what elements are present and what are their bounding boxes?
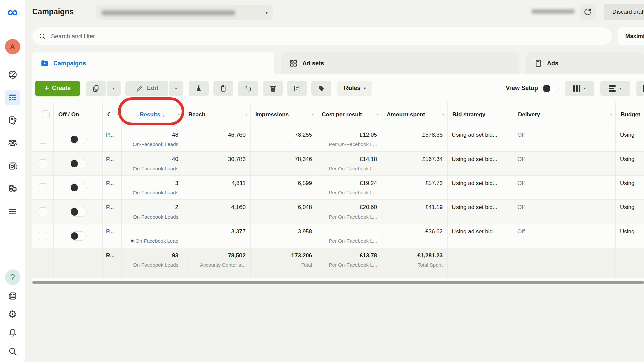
sidebar-item-notifications[interactable] (5, 325, 20, 340)
campaign-off-on-toggle[interactable] (70, 207, 87, 217)
col-header-campaign[interactable]: C ▾ (103, 102, 122, 127)
sidebar-item-billing[interactable] (5, 181, 20, 196)
refresh-button[interactable] (580, 4, 596, 20)
columns-dropdown-button[interactable]: ▾ (565, 81, 594, 96)
sidebar-item-campaigns[interactable] (5, 90, 20, 105)
sidebar-item-search[interactable] (5, 344, 20, 359)
budget-value: Using (616, 200, 644, 224)
delete-button[interactable] (263, 81, 283, 96)
campaign-off-on-toggle[interactable] (70, 231, 87, 241)
results-type-link[interactable]: On-Facebook Leads (122, 190, 178, 195)
discard-draft-button[interactable]: Discard draft (604, 4, 644, 20)
horizontal-scrollbar[interactable] (32, 281, 644, 284)
sort-caret-icon[interactable]: ▾ (312, 112, 314, 117)
duplicate-button[interactable] (86, 81, 106, 96)
search-icon (8, 346, 18, 356)
row-checkbox[interactable] (39, 135, 47, 144)
edit-button[interactable]: Edit (125, 81, 168, 96)
col-header-reach[interactable]: Reach ▾ (183, 102, 251, 127)
amount-spent-value: £567.34 (382, 156, 443, 163)
sort-caret-icon[interactable]: ▾ (377, 112, 379, 117)
summary-results-type: On-Facebook Leads (122, 262, 178, 268)
account-selector-dropdown[interactable]: ▾ (96, 5, 273, 20)
breakdown-dropdown-button[interactable]: ▾ (600, 81, 630, 96)
avatar[interactable]: A (5, 39, 20, 54)
sort-caret-icon[interactable]: ▾ (442, 112, 444, 117)
col-header-off-on[interactable]: Off / On (54, 102, 103, 127)
campaign-name-link[interactable]: P... (106, 228, 114, 235)
campaign-name-link[interactable]: P... (106, 180, 114, 186)
meta-logo-icon[interactable]: ∞ (7, 5, 18, 21)
col-header-amount-spent[interactable]: Amount spent ▾ (382, 102, 448, 127)
summary-impressions-value: 173,206 (251, 252, 312, 259)
duplicate-dropdown-button[interactable]: ▾ (107, 81, 121, 96)
row-checkbox[interactable] (39, 232, 47, 240)
campaign-off-on-toggle[interactable] (70, 135, 87, 144)
tab-label: Ad sets (302, 60, 324, 67)
results-type-link[interactable]: On-Facebook Leads (122, 214, 178, 220)
col-header-bid-strategy[interactable]: Bid strategy (448, 102, 513, 127)
col-header-delivery[interactable]: Delivery ▾ (513, 102, 616, 127)
tab-campaigns[interactable]: Campaigns (32, 52, 274, 74)
sidebar-item-settings[interactable]: ⚙ (5, 307, 20, 322)
view-setup-toggle[interactable] (542, 84, 559, 93)
select-all-checkbox[interactable] (41, 110, 50, 119)
export-button[interactable] (287, 81, 307, 96)
col-header-budget[interactable]: Budget (616, 102, 644, 127)
campaign-name-link[interactable]: P... (106, 156, 114, 162)
bell-icon (8, 328, 18, 338)
summary-reach-value[interactable]: 78,502 (228, 252, 246, 259)
toggle-knob (71, 160, 78, 167)
cost-per-result-value: £14.18 (317, 156, 377, 163)
results-type-link[interactable]: ⚑On-Facebook Lead (122, 238, 178, 244)
reach-value: 30,783 (183, 156, 246, 163)
tag-button[interactable] (311, 81, 331, 96)
row-checkbox[interactable] (39, 159, 47, 168)
caret-down-icon: ▾ (619, 86, 621, 91)
results-type-link[interactable]: On-Facebook Leads (122, 141, 178, 147)
row-checkbox[interactable] (39, 183, 47, 192)
sort-caret-icon[interactable]: ▾ (178, 112, 180, 117)
col-header-impressions[interactable]: Impressions ▾ (251, 102, 317, 127)
sort-caret-icon[interactable]: ▾ (610, 112, 612, 117)
sidebar-item-updates[interactable] (5, 289, 20, 303)
create-button[interactable]: + Create (35, 81, 80, 96)
reports-button[interactable] (636, 81, 644, 96)
maximise-button[interactable]: Maximise (618, 27, 644, 45)
sort-caret-icon[interactable]: ▾ (116, 112, 118, 117)
chart-icon (643, 85, 644, 92)
row-checkbox[interactable] (39, 207, 47, 216)
sidebar-item-overview[interactable] (5, 67, 20, 82)
campaign-name-link[interactable]: P... (106, 204, 114, 210)
undo-icon (244, 84, 252, 93)
left-sidebar: ∞ A (0, 0, 25, 362)
sidebar-item-ads-reporting[interactable] (5, 113, 20, 128)
tab-ad-sets[interactable]: Ad sets (281, 52, 519, 74)
ab-test-button[interactable] (189, 81, 209, 96)
sidebar-item-audiences[interactable] (5, 135, 20, 151)
columns-icon (573, 85, 580, 92)
help-button[interactable]: ? (5, 269, 20, 285)
rules-label: Rules (344, 85, 360, 92)
clipboard-button[interactable] (213, 81, 233, 96)
results-value: 40 (122, 156, 178, 163)
col-header-results[interactable]: Results ↓ ▾ (122, 102, 183, 127)
rules-dropdown-button[interactable]: Rules ▾ (337, 81, 372, 96)
search-input[interactable] (51, 33, 252, 40)
sort-caret-icon[interactable]: ▾ (245, 112, 247, 117)
sidebar-item-creative[interactable] (5, 158, 20, 174)
amount-spent-value: £36.62 (382, 228, 443, 235)
cost-per-result-value: £19.24 (317, 180, 377, 187)
sidebar-item-all-tools[interactable] (5, 204, 20, 219)
campaign-name-link[interactable]: P... (106, 132, 114, 138)
results-type-link[interactable]: On-Facebook Leads (122, 166, 178, 171)
search-bar[interactable] (32, 27, 612, 45)
col-header-cost-per-result[interactable]: Cost per result ▾ (317, 102, 382, 127)
toolbar-right: View Setup ▾ ▾ (506, 74, 644, 102)
tab-ads[interactable]: Ads (526, 52, 644, 74)
campaign-off-on-toggle[interactable] (70, 183, 87, 192)
campaign-off-on-toggle[interactable] (70, 159, 87, 168)
summary-results-value: 93 (122, 252, 178, 259)
edit-dropdown-button[interactable]: ▾ (169, 81, 183, 96)
undo-button[interactable] (238, 81, 258, 96)
